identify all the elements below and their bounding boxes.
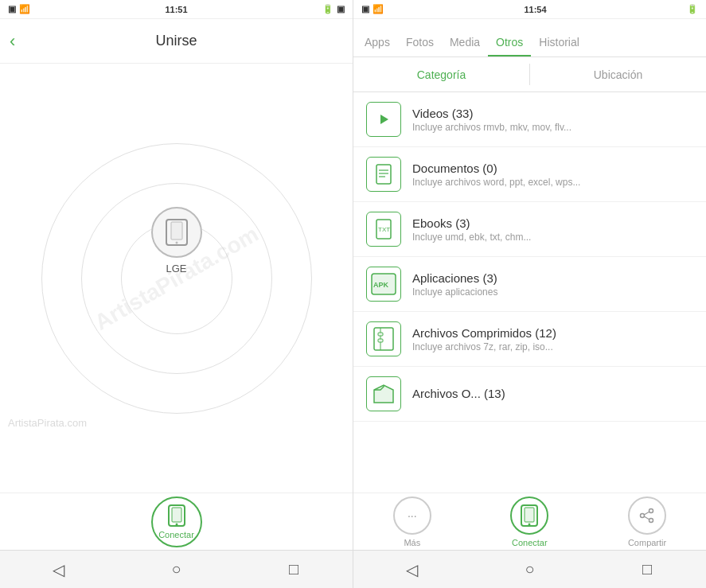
wifi-icon: ▣ bbox=[8, 4, 16, 14]
comprimidos-info: Archivos Comprimidos (12) Incluye archiv… bbox=[412, 326, 693, 352]
left-nav-back[interactable]: ◁ bbox=[43, 554, 75, 586]
svg-rect-1 bbox=[171, 222, 182, 239]
left-nav-home[interactable]: ○ bbox=[160, 554, 192, 586]
aplicaciones-info: Aplicaciones (3) Incluye aplicaciones bbox=[412, 271, 693, 298]
file-item-videos[interactable]: Videos (33) Incluye archivos rmvb, mkv, … bbox=[353, 92, 706, 147]
documentos-desc: Incluye archivos word, ppt, excel, wps..… bbox=[412, 177, 693, 188]
ebooks-info: Ebooks (3) Incluye umd, ebk, txt, chm... bbox=[412, 216, 693, 243]
right-nav-bar: ◁ ○ □ bbox=[353, 550, 706, 588]
svg-rect-16 bbox=[378, 333, 383, 336]
svg-marker-6 bbox=[380, 115, 388, 124]
file-item-documentos[interactable]: Documentos (0) Incluye archivos word, pp… bbox=[353, 147, 706, 202]
otros-icon bbox=[366, 376, 401, 411]
mas-label: Más bbox=[404, 538, 420, 547]
right-nav-recent[interactable]: □ bbox=[631, 554, 663, 586]
sub-tab-categoria[interactable]: Categoría bbox=[353, 57, 529, 92]
sub-tab-ubicacion[interactable]: Ubicación bbox=[530, 57, 706, 92]
left-status-icons: ▣ 📶 bbox=[8, 4, 30, 14]
conectar-action[interactable]: Conectar bbox=[510, 496, 548, 547]
ebooks-icon: TXT bbox=[366, 212, 401, 247]
tab-media[interactable]: Media bbox=[442, 26, 488, 56]
left-nav-recent[interactable]: □ bbox=[278, 554, 310, 586]
svg-rect-19 bbox=[525, 508, 534, 522]
svg-rect-15 bbox=[374, 328, 393, 350]
documentos-icon bbox=[366, 157, 401, 192]
left-status-right: 🔋 ▣ bbox=[322, 4, 345, 14]
right-status-right: 🔋 bbox=[687, 4, 698, 14]
svg-point-23 bbox=[649, 518, 653, 522]
file-item-aplicaciones[interactable]: APK Aplicaciones (3) Incluye aplicacione… bbox=[353, 257, 706, 312]
left-bottom-bar: Conectar bbox=[0, 493, 353, 550]
right-status-bar: ▣ 📶 11:54 🔋 bbox=[353, 0, 706, 19]
videos-info: Videos (33) Incluye archivos rmvb, mkv, … bbox=[412, 107, 693, 133]
tab-otros[interactable]: Otros bbox=[488, 26, 531, 56]
device-container: LGE bbox=[151, 207, 202, 275]
battery-icon: 🔋 bbox=[322, 4, 333, 14]
left-header: ‹ Unirse bbox=[0, 19, 353, 64]
right-panel: ▣ 📶 11:54 🔋 Apps Fotos Media Otros Histo… bbox=[353, 0, 706, 588]
aplicaciones-icon: APK bbox=[366, 267, 401, 302]
svg-text:TXT: TXT bbox=[378, 226, 390, 233]
aplicaciones-name: Aplicaciones (3) bbox=[412, 271, 693, 285]
svg-text:APK: APK bbox=[373, 281, 389, 289]
right-battery-icon: 🔋 bbox=[687, 4, 698, 14]
comprimidos-name: Archivos Comprimidos (12) bbox=[412, 326, 693, 340]
left-panel: ▣ 📶 11:51 🔋 ▣ ‹ Unirse ArtistaPirata.com bbox=[0, 0, 353, 588]
conectar-icon bbox=[510, 496, 548, 535]
right-time: 11:54 bbox=[524, 5, 546, 14]
svg-point-20 bbox=[529, 523, 531, 525]
file-item-ebooks[interactable]: TXT Ebooks (3) Incluye umd, ebk, txt, ch… bbox=[353, 202, 706, 257]
left-content: ArtistaPirata.com LGE ArtistaPirata.com bbox=[0, 64, 353, 493]
sub-tabs: Categoría Ubicación bbox=[353, 57, 706, 92]
back-button[interactable]: ‹ bbox=[10, 31, 15, 52]
svg-point-5 bbox=[175, 523, 177, 525]
compartir-icon bbox=[628, 496, 666, 535]
right-signal-icon: 📶 bbox=[373, 4, 384, 14]
videos-name: Videos (33) bbox=[412, 107, 693, 120]
file-item-comprimidos[interactable]: Archivos Comprimidos (12) Incluye archiv… bbox=[353, 312, 706, 367]
svg-rect-17 bbox=[378, 339, 383, 342]
comprimidos-desc: Incluye archivos 7z, rar, zip, iso... bbox=[412, 341, 693, 352]
aplicaciones-desc: Incluye aplicaciones bbox=[412, 286, 693, 298]
right-bottom-bar: ··· Más Conectar bbox=[353, 493, 706, 550]
svg-line-25 bbox=[644, 516, 649, 520]
tab-fotos[interactable]: Fotos bbox=[398, 26, 442, 56]
right-wifi-icon: ▣ bbox=[361, 4, 369, 14]
device-label: LGE bbox=[166, 263, 186, 275]
svg-rect-7 bbox=[376, 165, 391, 184]
ebooks-name: Ebooks (3) bbox=[412, 216, 693, 230]
right-nav-back[interactable]: ◁ bbox=[396, 554, 428, 586]
svg-rect-4 bbox=[172, 508, 181, 522]
mas-action[interactable]: ··· Más bbox=[393, 496, 431, 547]
otros-info: Archivos O... (13) bbox=[412, 387, 693, 402]
documentos-info: Documentos (0) Incluye archivos word, pp… bbox=[412, 162, 693, 188]
conectar-label: Conectar bbox=[512, 538, 548, 547]
bottom-watermark: ArtistaPirata.com bbox=[8, 417, 87, 429]
svg-point-21 bbox=[649, 508, 653, 512]
documentos-name: Documentos (0) bbox=[412, 162, 693, 175]
right-status-icons: ▣ 📶 bbox=[361, 4, 384, 14]
connect-button[interactable]: Conectar bbox=[151, 496, 202, 547]
compartir-label: Compartir bbox=[628, 538, 666, 547]
compartir-action[interactable]: Compartir bbox=[628, 496, 666, 547]
svg-point-22 bbox=[641, 513, 645, 517]
right-tabs: Apps Fotos Media Otros Historial bbox=[353, 19, 706, 57]
otros-name: Archivos O... (13) bbox=[412, 387, 693, 400]
svg-point-2 bbox=[175, 241, 177, 243]
signal-icon: 📶 bbox=[19, 4, 30, 14]
left-time: 11:51 bbox=[165, 5, 187, 14]
left-nav-bar: ◁ ○ □ bbox=[0, 550, 353, 588]
svg-line-24 bbox=[644, 512, 649, 515]
left-status-bar: ▣ 📶 11:51 🔋 ▣ bbox=[0, 0, 353, 19]
tab-apps[interactable]: Apps bbox=[357, 26, 398, 56]
device-icon bbox=[151, 207, 202, 258]
videos-icon bbox=[366, 102, 401, 137]
mas-icon: ··· bbox=[393, 496, 431, 535]
comprimidos-icon bbox=[366, 321, 401, 356]
right-nav-home[interactable]: ○ bbox=[513, 554, 545, 586]
videos-desc: Incluye archivos rmvb, mkv, mov, flv... bbox=[412, 122, 693, 133]
file-list: Videos (33) Incluye archivos rmvb, mkv, … bbox=[353, 92, 706, 493]
tab-historial[interactable]: Historial bbox=[531, 26, 587, 56]
file-item-otros[interactable]: Archivos O... (13) bbox=[353, 367, 706, 422]
connect-label: Conectar bbox=[158, 530, 194, 539]
